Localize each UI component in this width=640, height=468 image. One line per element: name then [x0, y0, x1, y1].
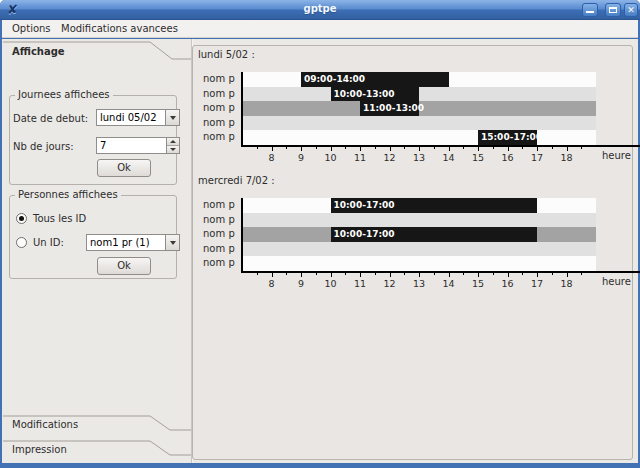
axis-minor-tick	[463, 273, 464, 275]
axis-tick-label: 10	[322, 278, 340, 289]
axis-tick-label: 12	[381, 152, 399, 163]
axis-tick	[449, 147, 450, 151]
row-label: nom p	[203, 130, 239, 145]
timeline-chart-mercredi: mercredi 7/02 : heure nom p10:00-17:00no…	[193, 172, 631, 298]
axis-minor-tick	[257, 273, 258, 275]
axis-minor-tick	[404, 273, 405, 275]
section-label-modifications: Modifications	[12, 419, 78, 430]
axis-tick-label: 15	[469, 152, 487, 163]
timeline-row	[242, 213, 596, 228]
axis-minor-tick	[581, 273, 582, 275]
row-label: nom p	[203, 101, 239, 116]
axis-minor-tick	[286, 273, 287, 275]
axis-tick-label: 14	[440, 278, 458, 289]
sidebar-section-modifications[interactable]: Modifications	[2, 414, 191, 436]
axis-tick	[508, 147, 509, 151]
time-slot-bar: 10:00-17:00	[331, 227, 538, 242]
axis-tick-label: 18	[558, 278, 576, 289]
axis-minor-tick	[375, 147, 376, 149]
y-axis	[241, 72, 243, 145]
axis-tick-label: 17	[528, 152, 546, 163]
maximize-icon	[609, 7, 617, 13]
time-slot-bar: 11:00-13:00	[360, 101, 419, 116]
axis-minor-tick	[522, 273, 523, 275]
chart-title: lundi 5/02 :	[198, 49, 255, 60]
axis-minor-tick	[345, 273, 346, 275]
menu-options[interactable]: Options	[8, 23, 55, 36]
y-axis	[241, 198, 243, 271]
time-slot-bar: 10:00-17:00	[331, 198, 538, 213]
un-id-combo[interactable]	[86, 234, 180, 251]
axis-tick	[301, 147, 302, 151]
time-slot-label: 10:00-17:00	[331, 227, 538, 242]
radio-tous-les-id[interactable]	[16, 213, 27, 224]
date-debut-value[interactable]	[97, 110, 165, 125]
spin-down-button[interactable]	[167, 146, 179, 153]
axis-minor-tick	[316, 147, 317, 149]
axis-minor-tick	[257, 147, 258, 149]
un-id-value[interactable]	[87, 235, 165, 250]
section-label-impression: Impression	[12, 444, 67, 455]
window-title: gptpe	[0, 3, 640, 14]
axis-tick-label: 10	[322, 152, 340, 163]
timeline-chart-lundi: lundi 5/02 : heure nom p09:00-14:00nom p…	[193, 46, 631, 172]
axis-tick	[567, 273, 568, 277]
time-slot-bar: 09:00-14:00	[301, 72, 449, 87]
nb-jours-spinner[interactable]	[96, 137, 180, 154]
row-label: nom p	[203, 242, 239, 257]
arrow-up-icon	[170, 140, 176, 143]
axis-minor-tick	[552, 273, 553, 275]
un-id-dropdown-button[interactable]	[165, 235, 179, 250]
date-debut-combo[interactable]	[96, 109, 180, 126]
row-label: nom p	[203, 116, 239, 131]
close-icon: ✕	[625, 4, 637, 16]
date-debut-label: Date de debut:	[13, 113, 88, 124]
personnes-ok-button[interactable]: Ok	[97, 257, 151, 275]
axis-tick-label: 18	[558, 152, 576, 163]
menu-modifications-avancees[interactable]: Modifications avancees	[57, 23, 182, 36]
x-axis-label: heure	[602, 150, 631, 161]
radio-tous-les-id-label: Tous les ID	[33, 213, 86, 224]
timeline-row	[242, 87, 596, 102]
axis-tick	[419, 147, 420, 151]
maximize-button[interactable]	[605, 3, 621, 17]
axis-tick-label: 15	[469, 278, 487, 289]
minimize-button[interactable]	[582, 3, 598, 17]
journees-ok-button[interactable]: Ok	[97, 159, 151, 177]
axis-tick-label: 16	[499, 278, 517, 289]
row-label: nom p	[203, 256, 239, 271]
axis-minor-tick	[463, 147, 464, 149]
axis-tick	[360, 147, 361, 151]
radio-un-id[interactable]	[16, 237, 27, 248]
chart-title: mercredi 7/02 :	[198, 175, 275, 186]
close-button[interactable]: ✕	[624, 3, 638, 17]
axis-minor-tick	[581, 147, 582, 149]
axis-tick	[331, 273, 332, 277]
sidebar-section-impression[interactable]: Impression	[2, 439, 191, 461]
axis-tick-label: 9	[292, 152, 310, 163]
nb-jours-value[interactable]	[97, 138, 166, 153]
menubar: Options Modifications avancees	[2, 20, 638, 38]
sidebar-section-affichage[interactable]: Affichage	[2, 39, 191, 61]
axis-tick	[508, 273, 509, 277]
timeline-row	[242, 130, 596, 145]
axis-minor-tick	[493, 147, 494, 149]
client-area: Affichage Journees affichees Date de deb…	[2, 39, 638, 463]
row-label: nom p	[203, 227, 239, 242]
axis-tick	[331, 147, 332, 151]
date-debut-dropdown-button[interactable]	[165, 110, 179, 125]
axis-tick	[360, 273, 361, 277]
spin-up-button[interactable]	[167, 138, 179, 146]
axis-tick-label: 13	[410, 278, 428, 289]
arrow-down-icon	[170, 148, 176, 151]
axis-minor-tick	[434, 273, 435, 275]
nb-jours-label: Nb de jours:	[13, 141, 74, 152]
time-slot-bar: 10:00-13:00	[331, 87, 420, 102]
axis-tick-label: 16	[499, 152, 517, 163]
timeline-row	[242, 256, 596, 271]
axis-minor-tick	[375, 273, 376, 275]
axis-tick-label: 11	[351, 152, 369, 163]
app-window: ✘ gptpe ✕ Options Modifications avancees…	[0, 0, 640, 468]
time-slot-label: 10:00-17:00	[331, 198, 538, 213]
titlebar: ✘ gptpe ✕	[0, 0, 640, 20]
